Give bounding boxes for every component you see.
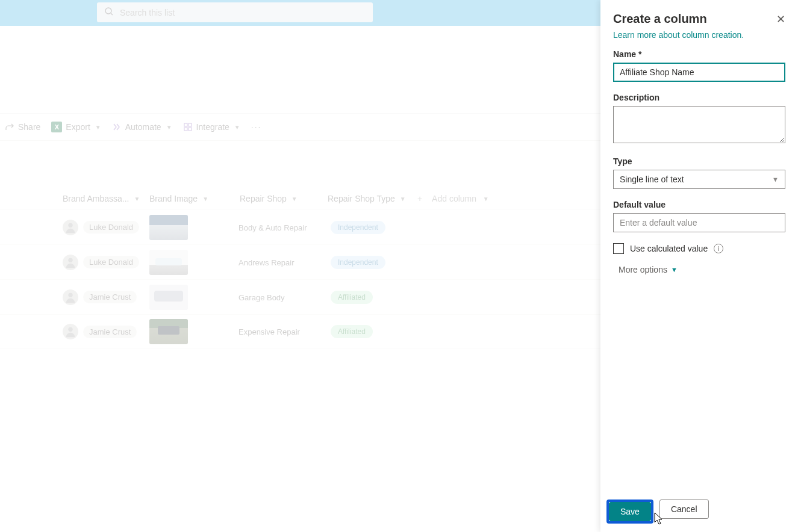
type-value: Single line of text	[620, 175, 684, 184]
chevron-down-icon: ▼	[772, 176, 779, 183]
svg-point-7	[68, 258, 72, 262]
integrate-icon	[183, 122, 193, 132]
cancel-button[interactable]: Cancel	[659, 500, 709, 519]
chevron-down-icon: ▼	[671, 266, 678, 273]
type-select[interactable]: Single line of text ▼	[613, 170, 785, 189]
integrate-label: Integrate	[196, 122, 229, 132]
chevron-down-icon: ▼	[481, 196, 489, 202]
svg-rect-5	[189, 128, 192, 131]
description-label: Description	[613, 93, 785, 102]
automate-button[interactable]: Automate ▼	[112, 122, 172, 132]
column-brand-ambassador[interactable]: Brand Ambassa...▼	[63, 194, 141, 203]
avatar-icon	[63, 255, 78, 270]
avatar-icon	[63, 324, 78, 339]
ambassador-name: Jamie Crust	[83, 291, 137, 303]
svg-point-8	[68, 292, 72, 297]
search-icon	[104, 7, 114, 19]
share-icon	[5, 122, 14, 132]
chevron-down-icon: ▼	[202, 196, 208, 202]
learn-more-link[interactable]: Learn more about column creation.	[613, 30, 744, 40]
brand-image-thumbnail[interactable]	[149, 285, 188, 310]
svg-point-0	[105, 8, 111, 14]
ambassador-name: Luke Donald	[83, 256, 139, 268]
name-input[interactable]	[613, 63, 785, 82]
svg-point-6	[68, 223, 72, 227]
save-button-highlight: Save	[606, 500, 653, 524]
excel-icon: X	[51, 122, 62, 132]
automate-icon	[112, 122, 122, 132]
svg-rect-4	[184, 128, 187, 131]
search-box[interactable]	[97, 2, 373, 22]
avatar-icon	[63, 289, 78, 305]
repair-shop-cell: Garage Body	[238, 292, 285, 302]
repair-shop-type-badge: Affiliated	[331, 325, 373, 338]
cursor-icon	[652, 512, 664, 528]
repair-shop-type-badge: Affiliated	[331, 291, 373, 304]
ambassador-cell: Jamie Crust	[63, 324, 137, 339]
chevron-down-icon: ▼	[134, 196, 140, 202]
default-value-label: Default value	[613, 200, 785, 209]
description-input[interactable]	[613, 106, 785, 143]
integrate-button[interactable]: Integrate ▼	[183, 122, 240, 132]
column-brand-image[interactable]: Brand Image▼	[149, 194, 222, 203]
repair-shop-cell: Andrews Repair	[238, 258, 295, 267]
svg-rect-3	[189, 123, 192, 126]
column-repair-shop[interactable]: Repair Shop▼	[240, 194, 318, 203]
ambassador-name: Luke Donald	[83, 221, 139, 234]
brand-image-thumbnail[interactable]	[149, 215, 188, 240]
ambassador-cell: Jamie Crust	[63, 289, 137, 305]
chevron-down-icon: ▼	[234, 124, 240, 131]
export-button[interactable]: X Export ▼	[51, 122, 101, 132]
automate-label: Automate	[125, 122, 161, 132]
ambassador-cell: Luke Donald	[63, 220, 139, 235]
plus-icon: +	[417, 194, 422, 203]
avatar-icon	[63, 220, 78, 235]
repair-shop-type-badge: Independent	[331, 221, 385, 234]
chevron-down-icon: ▼	[95, 124, 101, 131]
brand-image-thumbnail[interactable]	[149, 319, 188, 344]
svg-point-9	[68, 327, 72, 332]
calculated-value-label: Use calculated value	[630, 244, 708, 253]
ambassador-name: Jamie Crust	[83, 326, 137, 338]
repair-shop-cell: Expensive Repair	[238, 327, 300, 336]
save-button[interactable]: Save	[609, 502, 651, 521]
panel-title: Create a column	[613, 12, 707, 26]
default-value-input[interactable]	[613, 213, 785, 232]
chevron-down-icon: ▼	[400, 196, 406, 202]
repair-shop-type-badge: Independent	[331, 256, 385, 269]
share-label: Share	[18, 122, 40, 132]
close-button[interactable]: ✕	[776, 14, 785, 25]
repair-shop-cell: Body & Auto Repair	[238, 223, 307, 232]
add-column-button[interactable]: + Add column ▼	[417, 194, 489, 203]
info-icon[interactable]: i	[714, 244, 723, 253]
ambassador-cell: Luke Donald	[63, 255, 139, 270]
close-icon: ✕	[776, 13, 785, 25]
chevron-down-icon: ▼	[166, 124, 172, 131]
more-options-toggle[interactable]: More options ▼	[619, 265, 785, 274]
export-label: Export	[66, 122, 90, 132]
column-repair-shop-type[interactable]: Repair Shop Type▼	[328, 194, 418, 203]
calculated-value-checkbox[interactable]	[613, 243, 624, 254]
create-column-panel: Create a column ✕ Learn more about colum…	[600, 0, 798, 532]
svg-rect-2	[184, 123, 187, 126]
ellipsis-icon: ···	[251, 122, 262, 132]
more-actions-button[interactable]: ···	[251, 122, 262, 132]
brand-image-thumbnail[interactable]	[149, 250, 188, 275]
search-input[interactable]	[120, 8, 366, 17]
name-label: Name *	[613, 49, 785, 59]
share-button[interactable]: Share	[5, 122, 40, 132]
chevron-down-icon: ▼	[291, 196, 298, 202]
type-label: Type	[613, 156, 785, 166]
svg-line-1	[111, 13, 113, 15]
